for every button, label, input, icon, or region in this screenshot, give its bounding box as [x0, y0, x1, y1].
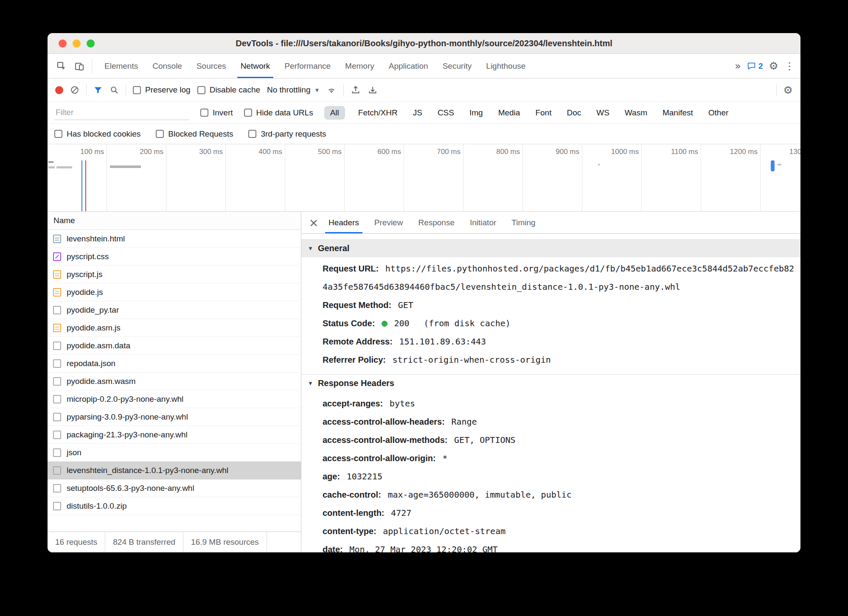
panel-tab[interactable]: Security: [435, 54, 479, 78]
resource-type-filter[interactable]: Wasm: [623, 106, 649, 120]
request-row[interactable]: packaging-21.3-py3-none-any.whl: [48, 426, 301, 444]
invert-option[interactable]: Invert: [200, 108, 233, 118]
file-type-icon: [53, 324, 61, 332]
blocked-requests-checkbox[interactable]: [156, 130, 164, 138]
status-green-icon: [382, 321, 387, 327]
resource-type-filter[interactable]: Font: [533, 106, 553, 120]
details-tab-label: Initiator: [470, 218, 496, 227]
request-row[interactable]: pyodide.asm.wasm: [48, 372, 301, 390]
disable-cache-checkbox[interactable]: [197, 86, 205, 94]
blocked-requests-option[interactable]: Blocked Requests: [156, 129, 233, 139]
request-row[interactable]: pyparsing-3.0.9-py3-none-any.whl: [48, 408, 301, 426]
request-row[interactable]: pyodide.js: [48, 283, 301, 301]
header-field-name: Referrer Policy:: [323, 355, 386, 364]
request-row[interactable]: pyodide_py.tar: [48, 301, 301, 319]
general-section-header[interactable]: ▼ General: [301, 239, 800, 257]
request-name: pyodide.asm.wasm: [67, 377, 136, 386]
request-row[interactable]: distutils-1.0.0.zip: [48, 497, 301, 515]
response-headers-section-header[interactable]: ▼ Response Headers: [301, 374, 800, 392]
has-blocked-cookies-option[interactable]: Has blocked cookies: [54, 129, 140, 139]
panel-tab[interactable]: Network: [233, 54, 278, 78]
zoom-window-button[interactable]: [87, 39, 95, 48]
request-row[interactable]: micropip-0.2.0-py3-none-any.whl: [48, 390, 301, 408]
network-overview-timeline[interactable]: 100 ms200 ms300 ms400 ms500 ms600 ms700 …: [48, 144, 800, 212]
network-settings-icon[interactable]: ⚙: [783, 84, 793, 96]
network-conditions-icon[interactable]: [326, 85, 337, 95]
request-row[interactable]: pyscript.css: [48, 248, 301, 266]
export-har-icon[interactable]: [368, 85, 378, 95]
header-field-value: Mon, 27 Mar 2023 12:20:02 GMT: [349, 544, 497, 552]
resource-type-filter[interactable]: Fetch/XHR: [356, 106, 400, 120]
more-panels-icon[interactable]: »: [735, 60, 741, 72]
record-button[interactable]: [55, 86, 63, 94]
request-name: distutils-1.0.0.zip: [67, 501, 127, 511]
resource-type-filter[interactable]: CSS: [435, 106, 456, 120]
resource-type-filter[interactable]: WS: [594, 106, 612, 120]
settings-icon[interactable]: ⚙: [769, 60, 778, 72]
header-field-name: Remote Address:: [323, 337, 393, 346]
request-row[interactable]: pyodide.asm.js: [48, 319, 301, 337]
panel-tab[interactable]: Lighthouse: [479, 54, 533, 78]
panel-tab[interactable]: Memory: [338, 54, 382, 78]
clear-icon[interactable]: [70, 85, 79, 95]
triangle-down-icon: ▼: [308, 380, 313, 386]
disable-cache-option[interactable]: Disable cache: [197, 85, 260, 95]
request-row[interactable]: pyscript.js: [48, 266, 301, 283]
request-row[interactable]: levenshtein.html: [48, 230, 301, 248]
request-row[interactable]: levenshtein_distance-1.0.1-py3-none-any.…: [48, 462, 301, 479]
timeline-tick: 100 ms: [48, 144, 107, 211]
details-tab[interactable]: Preview: [367, 212, 411, 233]
inspect-element-icon[interactable]: [54, 59, 69, 73]
details-tab[interactable]: Headers: [321, 212, 367, 233]
hide-data-urls-checkbox[interactable]: [244, 109, 252, 117]
header-field-value: Range: [451, 417, 477, 427]
kebab-menu-icon[interactable]: ⋮: [784, 60, 795, 72]
request-row[interactable]: setuptools-65.6.3-py3-none-any.whl: [48, 479, 301, 497]
close-window-button[interactable]: [59, 39, 67, 48]
resource-type-filter[interactable]: JS: [411, 106, 424, 120]
details-tab[interactable]: Initiator: [462, 212, 504, 233]
header-field-value: GET, OPTIONS: [454, 435, 516, 445]
resource-type-filter[interactable]: Media: [496, 106, 522, 120]
hide-data-urls-option[interactable]: Hide data URLs: [244, 108, 313, 118]
network-summary-bar: 16 requests824 B transferred16.9 MB reso…: [48, 532, 301, 552]
details-tab[interactable]: Response: [410, 212, 462, 233]
network-main-area: Name levenshtein.html pyscript.css pyscr…: [48, 212, 800, 552]
resource-type-filter[interactable]: All: [324, 106, 345, 120]
waterfall-bar: [110, 165, 141, 168]
search-icon[interactable]: [110, 85, 119, 95]
name-column-header[interactable]: Name: [48, 212, 301, 230]
waterfall-bar: [56, 166, 72, 168]
resource-type-filter[interactable]: Img: [467, 106, 485, 120]
timeline-tick: 1200 ms: [701, 144, 761, 211]
preserve-log-option[interactable]: Preserve log: [133, 85, 191, 95]
details-tab[interactable]: Timing: [504, 212, 543, 233]
invert-checkbox[interactable]: [200, 109, 208, 117]
third-party-requests-checkbox[interactable]: [248, 130, 256, 138]
has-blocked-cookies-checkbox[interactable]: [54, 130, 62, 138]
request-row[interactable]: pyodide.asm.data: [48, 337, 301, 355]
request-row[interactable]: repodata.json: [48, 355, 301, 372]
import-har-icon[interactable]: [351, 85, 361, 95]
panel-tab[interactable]: Application: [382, 54, 435, 78]
third-party-requests-option[interactable]: 3rd-party requests: [248, 129, 326, 139]
panel-tab[interactable]: Performance: [277, 54, 338, 78]
resource-type-filter[interactable]: Doc: [564, 106, 583, 120]
filter-toggle-icon[interactable]: [93, 85, 103, 95]
resource-type-filter[interactable]: Other: [706, 106, 731, 120]
traffic-lights: [59, 39, 95, 48]
throttling-select[interactable]: No throttling ▼: [267, 85, 320, 95]
minimize-window-button[interactable]: [73, 39, 81, 48]
issues-counter[interactable]: 2: [747, 62, 763, 71]
header-field-value: strict-origin-when-cross-origin: [393, 355, 551, 365]
device-toolbar-icon[interactable]: [72, 59, 87, 73]
panel-tab[interactable]: Console: [145, 54, 189, 78]
panel-tab[interactable]: Sources: [189, 54, 233, 78]
request-row[interactable]: json: [48, 444, 301, 462]
resource-type-filter[interactable]: Manifest: [660, 106, 695, 120]
panel-tab[interactable]: Elements: [97, 54, 145, 78]
preserve-log-checkbox[interactable]: [133, 86, 141, 94]
filter-input[interactable]: [54, 105, 189, 120]
close-details-icon[interactable]: ×: [306, 216, 321, 229]
header-field-value: 1032215: [347, 471, 382, 482]
